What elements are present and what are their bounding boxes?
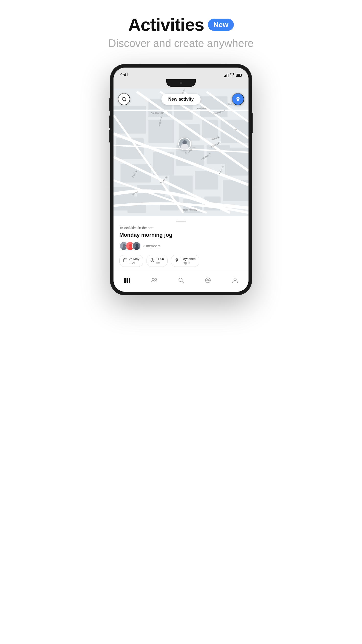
location-meta: Fløybanen Bergen — [171, 255, 199, 267]
location-pin-icon — [235, 96, 241, 102]
svg-point-80 — [207, 280, 209, 281]
map-controls: New activity — [113, 93, 249, 105]
user-location-pin — [178, 138, 191, 150]
groups-tab-icon — [151, 277, 158, 286]
bottom-sheet: 15 Activities in the area Monday morning… — [113, 216, 249, 272]
svg-line-53 — [125, 100, 126, 101]
members-row: 3 members — [119, 242, 243, 250]
location-text: Fløybanen Bergen — [181, 257, 195, 264]
date-text: 26 May 2021 — [129, 257, 139, 264]
time-sub: AM — [156, 261, 164, 264]
location-meta-icon — [175, 258, 179, 264]
profile-tab-icon — [232, 277, 239, 286]
svg-rect-69 — [127, 278, 128, 283]
svg-text:Par...: Par... — [235, 128, 239, 131]
location-tab-icon — [204, 277, 211, 286]
svg-point-58 — [129, 244, 132, 247]
date-sub: 2021 — [129, 261, 139, 264]
svg-line-74 — [182, 281, 183, 283]
camera-dot — [180, 82, 182, 84]
activities-tab-icon — [123, 277, 130, 286]
tab-groups[interactable] — [147, 275, 161, 287]
status-icons — [224, 73, 242, 77]
title-row: Activities New — [108, 15, 254, 35]
svg-point-72 — [155, 278, 157, 280]
svg-rect-68 — [124, 278, 126, 283]
tab-activities[interactable] — [120, 275, 134, 287]
svg-rect-63 — [123, 259, 127, 262]
search-icon — [121, 96, 127, 102]
phone-screen: 9:41 — [113, 68, 249, 292]
phone-wrapper: 9:41 — [110, 64, 252, 295]
date-label: 26 May — [129, 257, 139, 261]
svg-point-81 — [234, 278, 236, 280]
tab-location[interactable] — [201, 275, 215, 287]
svg-text:Baldwin Pl: Baldwin Pl — [197, 107, 207, 110]
phone-frame: 9:41 — [110, 64, 252, 295]
svg-point-61 — [135, 244, 138, 247]
status-bar: 9:41 — [113, 68, 249, 79]
activity-title: Monday morning jog — [119, 232, 243, 238]
sheet-handle — [176, 221, 186, 222]
signal-bars-icon — [224, 74, 228, 77]
calendar-icon — [123, 258, 127, 264]
map-svg: Cooper St Bartlett Pl Wiget St Stillman … — [113, 88, 249, 216]
user-avatar — [179, 138, 190, 150]
svg-text:Pond Street Pl: Pond Street Pl — [151, 112, 164, 114]
members-text: 3 members — [143, 244, 160, 248]
search-button[interactable] — [118, 93, 130, 105]
svg-rect-2 — [116, 138, 144, 159]
svg-point-55 — [123, 244, 126, 247]
svg-point-71 — [152, 278, 154, 280]
location-label: Fløybanen — [181, 257, 195, 261]
time-meta: 11:00 AM — [146, 255, 168, 267]
notch-area — [113, 79, 249, 88]
location-sub: Bergen — [181, 261, 195, 264]
clock-icon — [150, 258, 155, 264]
tab-search[interactable] — [174, 275, 188, 287]
tab-profile[interactable] — [228, 275, 242, 287]
search-tab-icon — [178, 277, 184, 286]
status-time: 9:41 — [120, 73, 128, 77]
location-button[interactable] — [232, 93, 244, 105]
new-activity-button[interactable]: New activity — [161, 94, 201, 105]
member-avatars — [119, 242, 141, 250]
svg-rect-9 — [148, 120, 174, 143]
battery-icon — [236, 74, 242, 76]
svg-rect-70 — [129, 278, 130, 283]
tab-bar — [113, 272, 249, 292]
wifi-icon — [230, 73, 234, 77]
activities-count: 15 Activities in the area — [119, 226, 243, 230]
date-meta: 26 May 2021 — [119, 255, 143, 267]
map-area[interactable]: Cooper St Bartlett Pl Wiget St Stillman … — [113, 88, 249, 216]
notch — [166, 79, 196, 87]
new-badge: New — [208, 18, 234, 31]
svg-text:Rose Kennedy: Rose Kennedy — [183, 208, 197, 211]
time-label: 11:00 — [156, 257, 164, 261]
page-subtitle: Discover and create anywhere — [108, 37, 254, 50]
page-header: Activities New Discover and create anywh… — [108, 15, 254, 50]
time-text: 11:00 AM — [156, 257, 164, 264]
svg-rect-15 — [195, 171, 218, 190]
page-title: Activities — [128, 15, 204, 35]
activity-meta: 26 May 2021 11:00 AM — [119, 255, 243, 272]
member-avatar-3 — [132, 242, 141, 250]
